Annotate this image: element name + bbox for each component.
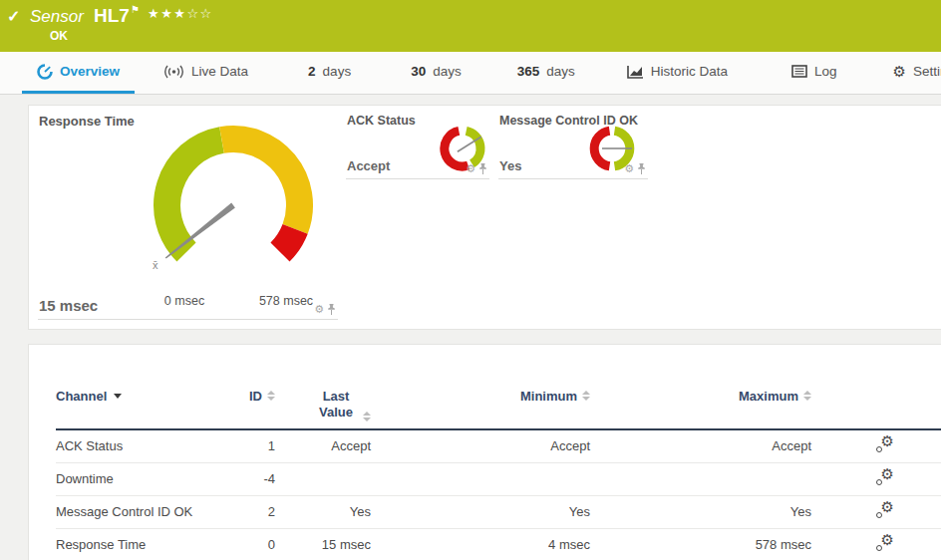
channel-table: Channel ID Last Value Minimum Maximum bbox=[56, 389, 941, 560]
response-time-gauge-cell[interactable]: Response Time x̄ 0 msec 578 msec 15 msec… bbox=[38, 112, 338, 320]
header-id[interactable]: ID bbox=[221, 389, 275, 404]
sort-icon bbox=[267, 391, 275, 401]
tab-overview-label: Overview bbox=[60, 64, 120, 79]
channel-last-value: 15 msec bbox=[275, 537, 371, 552]
header-last-value[interactable]: Last Value bbox=[275, 389, 371, 421]
header-channel-label: Channel bbox=[56, 389, 107, 404]
message-control-value: Yes bbox=[499, 158, 521, 173]
sensor-type-label: Sensor bbox=[30, 7, 84, 27]
header-minimum-label: Minimum bbox=[520, 389, 577, 404]
channel-minimum: Accept bbox=[371, 438, 590, 453]
header-id-label: ID bbox=[249, 389, 262, 404]
average-marker: x̄ bbox=[153, 259, 158, 271]
gauge-icon bbox=[37, 64, 53, 80]
response-time-gauge: x̄ bbox=[129, 114, 338, 283]
channel-minimum: Yes bbox=[371, 504, 590, 519]
channel-settings-icon[interactable]: ⚙ bbox=[875, 502, 894, 519]
broadcast-icon bbox=[163, 65, 184, 79]
table-row[interactable]: ACK Status 1 Accept Accept Accept ⚙ bbox=[56, 430, 941, 463]
tab-historic-data[interactable]: Historic Data bbox=[612, 52, 743, 94]
status-check-icon: ✓ bbox=[7, 7, 20, 26]
sensor-name: HL7 bbox=[94, 5, 130, 27]
tab-30-days[interactable]: 30 days bbox=[396, 52, 476, 94]
tab-log[interactable]: Log bbox=[777, 52, 852, 94]
pin-icon[interactable] bbox=[637, 163, 646, 174]
header-channel[interactable]: Channel bbox=[56, 389, 221, 404]
historic-chart-icon bbox=[627, 65, 644, 79]
channel-last-value: Yes bbox=[275, 504, 371, 519]
priority-stars[interactable]: ★★★☆☆ bbox=[148, 6, 213, 21]
gauges-panel: Response Time x̄ 0 msec 578 msec 15 msec… bbox=[28, 105, 941, 330]
header-last-value-label: Last Value bbox=[314, 389, 358, 421]
gauge-cell-icons: ⚙ bbox=[466, 163, 487, 174]
ack-status-gauge-cell[interactable]: ACK Status Accept ⚙ bbox=[346, 112, 489, 179]
channel-settings-icon[interactable]: ⚙ bbox=[875, 535, 894, 552]
channel-name[interactable]: Message Control ID OK bbox=[56, 504, 221, 519]
gear-icon: ⚙ bbox=[893, 64, 906, 79]
sort-icon bbox=[363, 412, 371, 421]
gauge-settings-icon[interactable]: ⚙ bbox=[466, 163, 475, 174]
channel-minimum: 4 msec bbox=[371, 537, 590, 552]
sort-desc-icon bbox=[114, 394, 122, 399]
tab-30-days-number: 30 bbox=[411, 64, 426, 79]
log-icon bbox=[791, 65, 807, 78]
channel-table-header: Channel ID Last Value Minimum Maximum bbox=[56, 389, 941, 430]
tab-settings-label: Settings bbox=[913, 64, 941, 79]
table-row[interactable]: Response Time 0 15 msec 4 msec 578 msec … bbox=[56, 529, 941, 560]
channel-settings-icon[interactable]: ⚙ bbox=[875, 469, 894, 486]
gauge-settings-icon[interactable]: ⚙ bbox=[624, 163, 634, 174]
tab-365-days-label: days bbox=[546, 64, 575, 79]
gauge-max-label: 578 msec bbox=[249, 294, 323, 308]
pin-icon[interactable] bbox=[478, 163, 487, 174]
header-minimum[interactable]: Minimum bbox=[371, 389, 590, 404]
channel-id: -4 bbox=[221, 471, 275, 486]
gauge-settings-icon[interactable]: ⚙ bbox=[314, 304, 324, 315]
gauge-cell-icons: ⚙ bbox=[624, 163, 646, 174]
tab-overview[interactable]: Overview bbox=[22, 52, 135, 94]
tab-historic-data-label: Historic Data bbox=[651, 64, 728, 79]
tab-settings[interactable]: ⚙ Settings bbox=[878, 52, 941, 94]
channel-maximum: 578 msec bbox=[590, 537, 811, 552]
tab-bar: Overview Live Data 2 days 30 days 365 da… bbox=[0, 52, 941, 95]
message-control-gauge-cell[interactable]: Message Control ID OK Yes ⚙ bbox=[498, 112, 648, 179]
header-maximum-label: Maximum bbox=[739, 389, 798, 404]
sort-icon bbox=[803, 391, 811, 401]
channel-last-value: Accept bbox=[275, 438, 371, 453]
table-row[interactable]: Message Control ID OK 2 Yes Yes Yes ⚙ bbox=[56, 496, 941, 529]
flag-icon[interactable]: ⚑ bbox=[131, 4, 140, 15]
tab-2-days-label: days bbox=[323, 64, 352, 79]
channel-settings-icon[interactable]: ⚙ bbox=[875, 436, 894, 453]
tab-30-days-label: days bbox=[433, 64, 462, 79]
channel-id: 1 bbox=[221, 438, 275, 453]
status-badge: OK bbox=[50, 29, 68, 43]
gauge-min-label: 0 msec bbox=[148, 294, 221, 308]
tab-2-days[interactable]: 2 days bbox=[293, 52, 366, 94]
response-time-value: 15 msec bbox=[39, 297, 98, 314]
tab-2-days-number: 2 bbox=[308, 64, 316, 79]
tab-365-days-number: 365 bbox=[517, 64, 540, 79]
channel-maximum: Yes bbox=[590, 504, 811, 519]
sort-icon bbox=[582, 391, 590, 401]
pin-icon[interactable] bbox=[327, 304, 336, 315]
sensor-header: ✓ Sensor HL7 ⚑ ★★★☆☆ OK bbox=[0, 0, 941, 52]
channels-panel: Channel ID Last Value Minimum Maximum bbox=[28, 344, 941, 560]
channel-name[interactable]: ACK Status bbox=[56, 438, 221, 453]
channel-name[interactable]: Response Time bbox=[56, 537, 221, 552]
table-row[interactable]: Downtime -4 ⚙ bbox=[56, 463, 941, 496]
tab-365-days[interactable]: 365 days bbox=[502, 52, 590, 94]
tab-live-data[interactable]: Live Data bbox=[149, 52, 263, 94]
channel-name[interactable]: Downtime bbox=[56, 471, 221, 486]
channel-id: 0 bbox=[221, 537, 275, 552]
tab-log-label: Log bbox=[814, 64, 837, 79]
channel-id: 2 bbox=[221, 504, 275, 519]
tab-live-data-label: Live Data bbox=[191, 64, 248, 79]
channel-maximum: Accept bbox=[590, 438, 811, 453]
ack-status-value: Accept bbox=[347, 158, 390, 173]
gauge-cell-icons: ⚙ bbox=[314, 304, 336, 315]
header-maximum[interactable]: Maximum bbox=[590, 389, 811, 404]
